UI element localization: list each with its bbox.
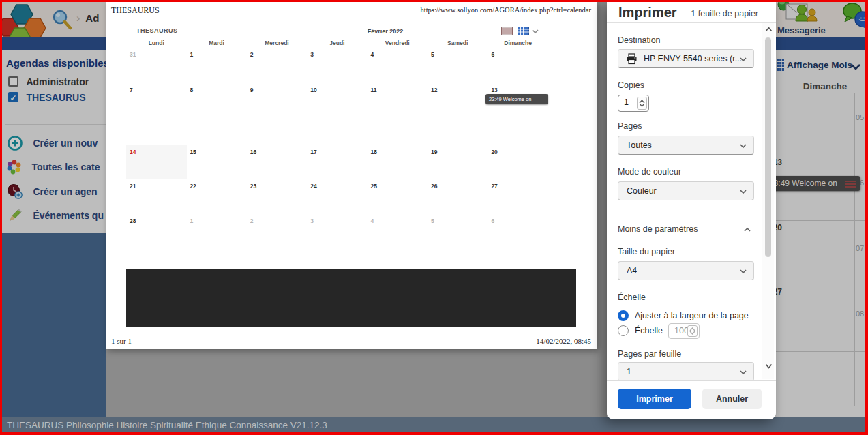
scale-spinner [687,325,698,337]
dialog-title: Imprimer [618,5,677,20]
chevron-down-icon [739,370,747,375]
paper-size-value: A4 [627,266,637,275]
preview-day-number: 14 [130,149,136,155]
preview-event-tooltip: 23:49 Welcome on [485,94,548,104]
preview-day-number: 7 [130,87,133,93]
preview-day-number: 27 [491,183,497,190]
scale-option-label: Échelle [635,326,663,335]
scroll-up-icon[interactable] [765,27,773,32]
divider [607,213,776,213]
preview-day-number: 3 [310,51,314,58]
preview-day-number: 5 [431,217,434,224]
preview-day-header: Dimanche [488,40,548,46]
copies-input[interactable]: 1 [618,95,649,112]
preview-url: https://www.sollyon.com/AGORA/index.php?… [421,6,592,14]
chevron-down-icon [739,57,747,62]
preview-day-number: 11 [371,87,377,93]
destination-select[interactable]: HP ENVY 5540 series (r... [618,49,754,68]
color-mode-select[interactable]: Couleur [618,181,754,200]
preview-day-header: Lundi [126,40,186,46]
redacted-block [126,269,576,327]
preview-day-number: 28 [130,217,136,224]
month-view-icon [518,27,529,35]
preview-day-number: 6 [491,217,494,224]
preview-day-number: 24 [310,183,316,190]
preview-day-header: Samedi [428,40,488,46]
destination-value: HP ENVY 5540 series (r... [644,54,742,63]
preview-day-number: 4 [371,51,374,58]
preview-day-number: 4 [371,217,374,224]
divider [607,22,776,22]
printer-icon [626,53,638,65]
preview-day-header: Jeudi [307,40,367,46]
preview-day-header: Mercredi [247,40,307,46]
color-mode-value: Couleur [627,186,657,196]
scale-radio[interactable] [618,325,629,336]
preview-day-number: 1 [190,51,193,58]
preview-month-label: Février 2022 [331,28,440,35]
agenda-view-icon [501,27,513,35]
screen: ›Ad Messagerie :) [0,0,868,435]
preview-day-number: 3 [310,217,314,224]
preview-day-number: 19 [431,149,437,155]
chevron-up-icon[interactable] [743,227,751,232]
print-button[interactable]: Imprimer [618,389,691,409]
preview-day-number: 21 [130,183,136,190]
copies-label: Copies [618,80,644,90]
scrollbar-thumb[interactable] [765,38,771,257]
preview-page-count: 1 sur 1 [111,337,132,345]
pages-label: Pages [618,121,642,131]
preview-day-header: Mardi [186,40,246,46]
preview-day-number: 12 [431,87,437,93]
fit-width-radio[interactable] [618,310,629,321]
preview-day-number: 1 [190,217,193,224]
preview-day-number: 6 [491,51,494,58]
preview-day-header: Vendredi [368,40,428,46]
preview-calendar-title: THESAURUS [136,27,178,34]
chevron-down-icon [739,143,747,149]
preview-day-number: 2 [250,51,254,58]
preview-doc-title: THESAURUS [111,5,160,16]
scale-label: Échelle [618,292,646,302]
color-mode-label: Mode de couleur [618,167,681,177]
preview-day-number: 16 [250,149,256,155]
preview-day-number: 13 [491,87,497,93]
pages-per-sheet-value: 1 [627,367,631,376]
paper-size-select[interactable]: A4 [618,261,754,280]
preview-day-number: 22 [190,183,196,190]
pages-per-sheet-select[interactable]: 1 [618,362,754,381]
preview-day-number: 9 [250,87,254,93]
preview-print-date: 14/02/2022, 08:45 [536,337,591,345]
preview-day-number: 2 [250,217,254,224]
preview-day-number: 25 [371,183,377,190]
pages-value: Toutes [627,140,652,150]
preview-day-number: 26 [431,183,437,190]
preview-day-number: 8 [190,87,193,93]
preview-day-number: 18 [371,149,377,155]
scroll-down-icon[interactable] [765,363,773,369]
pages-per-sheet-label: Pages par feuille [618,349,681,359]
print-preview-page: THESAURUS https://www.sollyon.com/AGORA/… [106,1,597,349]
pages-select[interactable]: Toutes [618,136,754,155]
cancel-button[interactable]: Annuler [702,389,762,409]
chevron-down-icon [739,269,747,274]
paper-size-label: Taille du papier [618,247,675,256]
chevron-down-icon [739,189,747,194]
dialog-footer: Imprimer Annuler [607,380,776,419]
chevron-down-icon [532,29,539,34]
less-settings-toggle[interactable]: Moins de paramètres [618,224,698,234]
preview-day-number: 10 [310,87,316,93]
copies-spinner[interactable] [637,97,647,110]
preview-day-number: 20 [491,149,497,155]
sheet-count: 1 feuille de papier [691,9,758,18]
fit-width-label: Ajuster à la largeur de la page [635,311,749,320]
preview-day-number: 31 [130,51,136,58]
preview-day-number: 17 [310,149,316,155]
preview-day-number: 15 [190,149,196,155]
scale-input: 100 [668,323,700,339]
preview-day-number: 5 [431,51,434,58]
print-dialog: Imprimer 1 feuille de papier Destination… [607,1,776,419]
destination-label: Destination [618,35,661,45]
preview-day-number: 23 [250,183,256,190]
